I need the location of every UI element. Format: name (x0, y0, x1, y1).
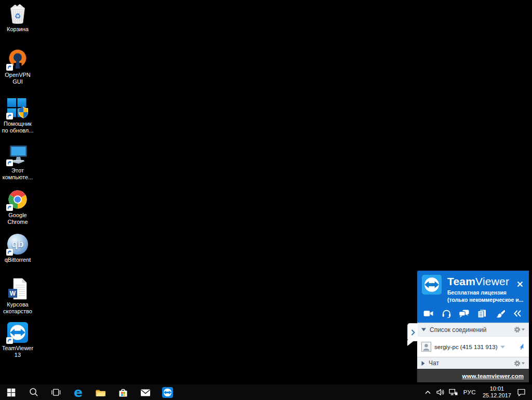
connection-name: sergiy-pc (415 131 913) (434, 344, 497, 350)
settings-gear-icon[interactable] (514, 326, 525, 333)
tray-time: 10:01 (483, 385, 511, 392)
desktop-icon-label: qBittorrent (5, 257, 31, 263)
file-explorer-button[interactable] (89, 384, 112, 400)
shortcut-arrow-icon (6, 204, 13, 211)
store-button[interactable] (112, 384, 134, 400)
svg-text:♻: ♻ (15, 12, 21, 20)
dropdown-icon[interactable] (500, 345, 505, 349)
system-tray: РУС 10:01 25.12.2017 (424, 384, 532, 400)
task-view-button[interactable] (45, 384, 67, 400)
copy-icon[interactable] (476, 309, 488, 318)
teamviewer-logo-icon (422, 275, 442, 297)
shortcut-arrow-icon (6, 337, 13, 344)
desktop-icon-chrome[interactable]: Google Chrome (1, 188, 35, 225)
windows-update-icon (6, 97, 29, 119)
avatar (421, 342, 431, 352)
remote-connect-cursor-icon[interactable] (517, 343, 525, 351)
teamviewer-website-link[interactable]: www.teamviewer.com (462, 373, 524, 379)
computer-icon (6, 143, 29, 166)
chevron-right-icon (410, 329, 416, 336)
action-center-icon[interactable] (517, 384, 526, 400)
desktop-icon-label: Этот компьюте... (3, 167, 33, 180)
video-call-icon[interactable] (422, 309, 435, 318)
chat-section-header[interactable]: Чат (417, 357, 529, 369)
qbittorrent-icon: qb (6, 233, 29, 256)
start-button[interactable] (0, 384, 22, 400)
settings-gear-icon[interactable] (514, 360, 525, 367)
desktop-icon-label: TeamViewer 13 (2, 345, 33, 358)
collapse-panel-icon[interactable] (511, 309, 524, 318)
teamviewer-taskbar-button[interactable] (156, 384, 179, 400)
expander-right-icon (421, 361, 425, 366)
shortcut-arrow-icon (6, 249, 13, 256)
license-line-1: Бесплатная лицензия (447, 289, 507, 296)
network-ethernet-icon[interactable] (449, 384, 458, 400)
desktop-icon-label: Курсова скотарство (3, 301, 32, 314)
shortcut-arrow-icon (6, 159, 13, 166)
desktop-icon-word-doc[interactable]: W Курсова скотарство (1, 277, 35, 314)
search-button[interactable] (22, 384, 45, 400)
volume-icon[interactable] (436, 384, 444, 400)
teamviewer-panel: TeamViewer Бесплатная лицензия (только н… (417, 271, 529, 381)
chat-icon[interactable] (458, 309, 470, 318)
desktop: ♻ Корзина OpenVPN GUI (0, 0, 532, 400)
connections-section-title: Список соединений (430, 326, 487, 334)
expander-down-icon (421, 328, 426, 331)
folder-icon (95, 388, 106, 397)
panel-collapse-tab[interactable] (407, 323, 418, 341)
chrome-icon (6, 188, 29, 211)
teamviewer-title: TeamViewer (447, 275, 509, 288)
tray-chevron-up-icon[interactable] (424, 384, 431, 400)
desktop-icon-openvpn[interactable]: OpenVPN GUI (1, 48, 35, 85)
tray-date: 25.12.2017 (483, 392, 511, 399)
shortcut-arrow-icon (6, 113, 13, 119)
mail-icon (140, 388, 151, 397)
language-indicator[interactable]: РУС (462, 384, 477, 400)
word-document-icon: W (6, 277, 29, 300)
openvpn-icon (6, 48, 29, 71)
desktop-icon-label: OpenVPN GUI (5, 72, 31, 85)
connection-row[interactable]: sergiy-pc (415 131 913) (417, 336, 529, 357)
windows-logo-icon (7, 388, 16, 397)
teamviewer-toolbar (422, 309, 524, 318)
license-line-2: (только некоммерческое и... (447, 297, 523, 303)
teamviewer-icon (162, 387, 173, 398)
edge-icon: e (74, 386, 83, 399)
teamviewer-footer: www.teamviewer.com (417, 369, 529, 382)
search-icon (29, 388, 38, 397)
desktop-icon-update-assistant[interactable]: Помощник по обновл... (1, 97, 35, 134)
desktop-icon-this-pc[interactable]: Этот компьюте... (1, 143, 35, 180)
desktop-icon-recycle-bin[interactable]: ♻ Корзина (1, 2, 35, 33)
clock[interactable]: 10:01 25.12.2017 (482, 384, 512, 400)
desktop-icon-label: Корзина (7, 26, 29, 33)
desktop-icon-label: Google Chrome (7, 212, 28, 225)
mail-button[interactable] (134, 384, 156, 400)
teamviewer-header: TeamViewer Бесплатная лицензия (только н… (417, 271, 529, 323)
taskbar: e (0, 384, 532, 400)
connections-section-header[interactable]: Список соединений (417, 323, 529, 336)
svg-text:W: W (10, 290, 16, 297)
store-icon (118, 388, 128, 397)
desktop-icon-label: Помощник по обновл... (2, 121, 34, 134)
desktop-icon-teamviewer[interactable]: TeamViewer 13 (1, 321, 35, 358)
recycle-bin-icon: ♻ (6, 2, 29, 25)
whiteboard-brush-icon[interactable] (494, 309, 506, 318)
chat-section-title: Чат (429, 359, 439, 367)
task-view-icon (51, 388, 61, 397)
close-icon[interactable] (516, 280, 524, 288)
audio-call-icon[interactable] (440, 309, 453, 318)
teamviewer-icon (6, 321, 29, 344)
edge-button[interactable]: e (67, 384, 89, 400)
desktop-icon-qbittorrent[interactable]: qb qBittorrent (1, 233, 35, 263)
shortcut-arrow-icon (6, 64, 13, 71)
